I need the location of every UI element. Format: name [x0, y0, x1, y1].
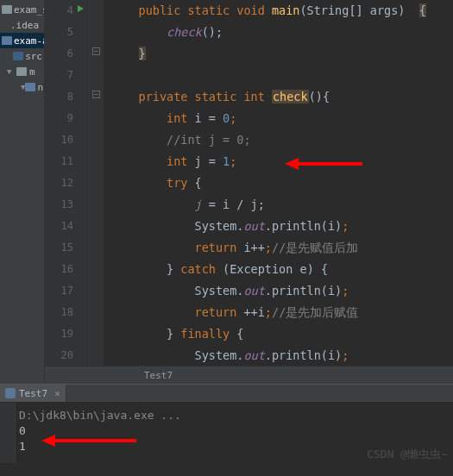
comment: //是先加后赋值: [272, 305, 358, 319]
kw: int: [243, 90, 264, 103]
kw: finally: [180, 327, 230, 341]
code-editor[interactable]: 4 5 6 7 8 9 10 11 12 13 14 15 16 17 18 1…: [45, 0, 453, 366]
fld: out: [243, 284, 264, 298]
line-num: 11: [45, 151, 73, 172]
var: i =: [195, 111, 216, 125]
tree-m-label: m: [29, 66, 35, 78]
tree-src-label: src: [25, 51, 42, 62]
breadcrumb-item[interactable]: Test7: [144, 370, 173, 381]
line-num: 4: [45, 0, 73, 22]
tree-idea-label: .idea: [10, 20, 39, 31]
run-icon[interactable]: [78, 5, 84, 12]
code-content[interactable]: public static void main(String[] args) {…: [104, 0, 453, 366]
num: 1: [223, 154, 230, 168]
cls: System.: [195, 348, 244, 362]
run-tab-bar: Test7 ×: [0, 384, 453, 403]
fld: out: [243, 348, 264, 362]
num: 0: [223, 111, 230, 125]
var: j =: [195, 154, 216, 168]
close-icon[interactable]: ×: [54, 388, 60, 399]
kw: return: [195, 241, 237, 254]
tree-n[interactable]: ▼n: [0, 79, 44, 95]
tree-n-label: n: [37, 82, 43, 93]
expr: ++i: [243, 305, 264, 319]
line-num: 7: [45, 65, 73, 86]
call: .println(i): [265, 219, 342, 233]
line-gutter: 4 5 6 7 8 9 10 11 12 13 14 15 16 17 18 1…: [45, 0, 90, 366]
var: j: [195, 197, 202, 211]
line-num: 16: [45, 259, 73, 280]
kw: public static void: [139, 3, 265, 17]
line-num: 12: [45, 172, 73, 194]
kw: int: [167, 111, 187, 125]
tree-src[interactable]: src: [0, 48, 44, 64]
par: ();: [202, 25, 223, 39]
fld: out: [243, 219, 264, 233]
line-num: 20: [45, 345, 73, 366]
cls: System.: [195, 284, 244, 298]
project-tree[interactable]: exam_syst .idea exam-a src ▼m ▼n: [0, 0, 45, 384]
console-command: D:\jdk8\bin\java.exe ...: [19, 408, 446, 423]
cls: System.: [195, 219, 244, 233]
fold-minus-icon[interactable]: −: [92, 91, 100, 98]
tree-root[interactable]: exam_syst: [0, 2, 44, 17]
call: check: [167, 25, 202, 39]
call: .println(i): [265, 348, 342, 362]
line-num: 10: [45, 129, 73, 151]
line-num: 19: [45, 323, 73, 345]
br: (){: [309, 90, 330, 103]
line-num: 13: [45, 194, 73, 216]
call: .println(i): [265, 284, 342, 298]
tab-label: Test7: [19, 388, 47, 399]
expr: i++: [243, 241, 264, 254]
fold-minus-icon[interactable]: −: [92, 47, 100, 55]
console-gutter: [0, 403, 16, 463]
line-num: 17: [45, 280, 73, 302]
line-num: 15: [45, 237, 73, 259]
comment: //int j = 0;: [167, 133, 251, 147]
line-num: 18: [45, 302, 73, 323]
tab-test7[interactable]: Test7 ×: [0, 385, 66, 402]
console-output: 0: [19, 423, 446, 439]
kw: try: [167, 176, 187, 190]
tree-m[interactable]: ▼m: [0, 64, 44, 79]
java-icon: [5, 388, 16, 398]
fn: check: [272, 90, 309, 103]
line-num: 8: [45, 86, 73, 108]
line-num: 14: [45, 216, 73, 237]
kw: int: [167, 154, 187, 168]
tree-idea[interactable]: .idea: [0, 17, 44, 33]
chevron-down-icon[interactable]: ▼: [7, 67, 16, 76]
kw: return: [195, 305, 237, 319]
args: (String[] args): [299, 3, 405, 17]
breadcrumb-bar[interactable]: Test7: [45, 366, 453, 384]
line-num: 9: [45, 108, 73, 129]
watermark: CSDN @懒虫虫~: [367, 447, 448, 462]
line-num: 6: [45, 43, 73, 65]
fn: main: [272, 3, 300, 17]
kw: catch: [180, 262, 216, 276]
tree-proj-label: exam-a: [14, 35, 45, 47]
comment: //是先赋值后加: [272, 241, 358, 254]
tree-proj[interactable]: exam-a: [0, 33, 44, 48]
line-num: 5: [45, 22, 73, 43]
kw: private static: [139, 90, 237, 103]
tree-root-label: exam_syst: [14, 4, 45, 16]
arg: (Exception e): [223, 262, 314, 276]
fold-column: − −: [90, 0, 104, 366]
op: = i / j;: [209, 197, 265, 211]
